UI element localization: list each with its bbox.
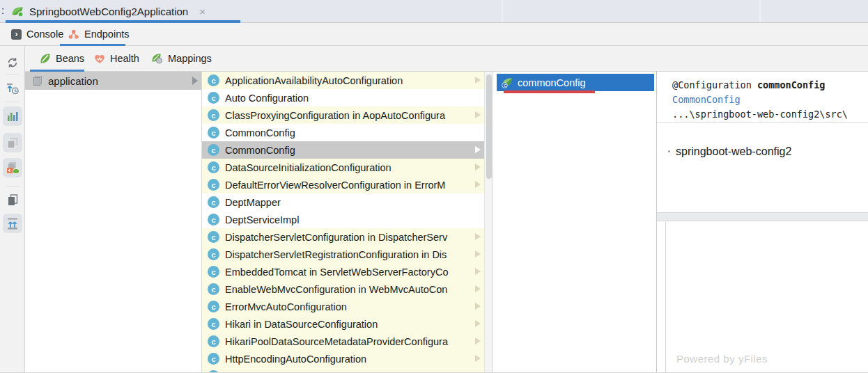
stacked-documents-icon xyxy=(6,136,19,149)
chevron-right-icon xyxy=(475,338,481,344)
statistics-toggle-button[interactable] xyxy=(3,106,22,126)
bean-row[interactable]: c HttpEncodingAutoConfiguration xyxy=(202,350,484,367)
bean-label: CommonConfig xyxy=(225,127,295,138)
beans-diagram-canvas[interactable]: c commonConfig xyxy=(493,72,656,373)
endpoints-toolbar xyxy=(0,46,25,373)
tab-console[interactable]: › Console xyxy=(11,23,63,45)
bean-label: HttpEncodingAutoConfiguration xyxy=(225,354,366,365)
bean-label: ApplicationAvailabilityAutoConfiguration xyxy=(225,75,403,86)
class-icon: c xyxy=(208,335,219,347)
bean-row[interactable]: c Hikari in DataSourceConfiguration xyxy=(202,315,484,333)
class-icon: c xyxy=(208,353,219,365)
yfiles-watermark: Powered by yFiles xyxy=(676,353,768,365)
chevron-right-icon xyxy=(475,111,481,118)
source-path-text: ...\springboot-web-config2\src\ xyxy=(672,109,848,120)
bean-label: Hikari in DataSourceConfiguration xyxy=(225,319,378,330)
class-icon: c xyxy=(208,161,219,173)
chevron-right-icon xyxy=(475,320,481,327)
class-icon: c xyxy=(208,179,219,191)
tabbar-separator xyxy=(759,0,761,22)
bean-row[interactable]: c DefaultErrorViewResolverConfiguration … xyxy=(202,176,484,193)
toolbar-separator xyxy=(6,102,20,102)
panel-splitter[interactable] xyxy=(657,212,868,221)
endpoints-tab-label: Endpoints xyxy=(84,29,130,40)
tab-health[interactable]: Health xyxy=(94,46,139,71)
svg-text:c: c xyxy=(504,82,507,88)
class-icon: c xyxy=(208,318,219,330)
close-icon[interactable]: × xyxy=(199,6,206,17)
bean-label: DispatcherServletConfiguration in Dispat… xyxy=(225,232,447,243)
double-up-arrows-icon xyxy=(6,217,19,230)
bean-row[interactable]: c ApplicationAvailabilityAutoConfigurati… xyxy=(202,72,484,89)
bean-label: EnableWebMvcConfiguration in WebMvcAutoC… xyxy=(225,284,447,295)
tree-item-application[interactable]: application xyxy=(25,72,201,90)
beans-tab-label: Beans xyxy=(56,53,84,64)
bean-row[interactable]: c DispatcherServletRegistrationConfigura… xyxy=(202,246,484,263)
diagram-node-commonconfig[interactable]: c commonConfig xyxy=(497,74,654,91)
refresh-button[interactable] xyxy=(3,53,22,72)
bean-label: Auto Configuration xyxy=(225,93,309,104)
bean-row[interactable]: c ErrorMvcAutoConfiguration xyxy=(202,298,484,315)
class-icon: c xyxy=(208,109,219,121)
scrollbar-thumb[interactable] xyxy=(486,74,492,179)
chevron-right-icon xyxy=(475,181,481,188)
class-icon: c xyxy=(208,231,219,243)
bean-list-scrollbar[interactable] xyxy=(484,72,493,373)
bean-row[interactable]: c DispatcherServletConfiguration in Disp… xyxy=(202,228,484,246)
class-icon: c xyxy=(208,214,219,225)
expand-to-source-toggle-button[interactable] xyxy=(3,214,22,233)
bean-row[interactable]: c EnableWebMvcConfiguration in WebMvcAut… xyxy=(202,280,484,298)
endpoint-type-tabs: Beans Health Mappings xyxy=(25,46,868,72)
health-tab-label: Health xyxy=(110,53,139,64)
bean-row[interactable]: c DataSourceInitializationConfiguration xyxy=(202,159,484,176)
contexts-tree-panel: application xyxy=(25,72,202,373)
chevron-right-icon xyxy=(475,146,481,153)
endpoints-icon xyxy=(68,29,79,40)
bean-row[interactable]: c CommonConfig xyxy=(202,124,484,141)
bean-label: CommonConfig xyxy=(225,145,295,156)
bean-row-selected[interactable]: c CommonConfig xyxy=(202,141,484,159)
tab-mappings[interactable]: Mappings xyxy=(151,46,212,71)
bean-details-panel: @Configuration commonConfig CommonConfig… xyxy=(656,72,868,373)
class-icon: c xyxy=(208,266,219,278)
bean-label: ClassProxyingConfiguration in AopAutoCon… xyxy=(225,110,445,121)
bean-row[interactable]: c EmbeddedTomcat in ServletWebServerFact… xyxy=(202,263,484,280)
spring-leaf-icon xyxy=(40,53,51,64)
application-context-icon xyxy=(32,75,43,86)
update-with-timer-icon xyxy=(6,81,20,95)
console-icon: › xyxy=(11,29,22,40)
copy-document-icon xyxy=(7,193,19,206)
update-running-app-button[interactable] xyxy=(3,79,22,98)
class-icon: c xyxy=(208,196,219,208)
tab-endpoints[interactable]: Endpoints xyxy=(68,23,130,45)
bean-row[interactable]: c HikariPoolDataSourceMetadataProviderCo… xyxy=(202,333,484,350)
bean-label: DispatcherServletRegistrationConfigurati… xyxy=(225,249,447,260)
chevron-right-icon xyxy=(475,251,481,257)
module-name: springboot-web-config2 xyxy=(676,145,791,157)
class-icon: c xyxy=(208,74,219,86)
toolbar-separator xyxy=(6,186,20,186)
spring-bean-node-icon: c xyxy=(502,77,513,88)
spring-boot-run-icon xyxy=(11,6,24,17)
class-icon: c xyxy=(208,283,219,295)
chevron-right-icon xyxy=(475,164,481,170)
bean-signature-block: @Configuration commonConfig CommonConfig… xyxy=(657,72,868,123)
bean-row[interactable]: c DeptMapper xyxy=(202,193,484,211)
bean-row[interactable]: c DeptServiceImpl xyxy=(202,211,484,228)
document-button[interactable] xyxy=(3,190,22,209)
bean-row[interactable]: c Auto Configuration xyxy=(202,89,484,106)
bean-label: DeptMapper xyxy=(225,197,281,208)
tabbar-separator xyxy=(502,0,503,22)
diagram-overview-pane: Powered by yFiles xyxy=(657,222,868,373)
chevron-right-icon xyxy=(475,355,481,362)
tab-beans[interactable]: Beans xyxy=(40,46,84,71)
run-config-tab[interactable]: SpringbootWebConfig2Application × xyxy=(11,0,206,22)
show-spring-beans-toggle-button[interactable] xyxy=(3,158,22,177)
show-documents-toggle-button[interactable] xyxy=(3,133,22,152)
class-name-link[interactable]: CommonConfig xyxy=(672,94,741,105)
class-icon-with-spring-leaf: c xyxy=(208,92,219,104)
bullet-icon xyxy=(668,150,670,152)
bean-label: DefaultErrorViewResolverConfiguration in… xyxy=(225,180,445,191)
bean-label: HikariPoolDataSourceMetadataProviderConf… xyxy=(225,336,448,347)
bean-row[interactable]: c ClassProxyingConfiguration in AopAutoC… xyxy=(202,106,484,124)
